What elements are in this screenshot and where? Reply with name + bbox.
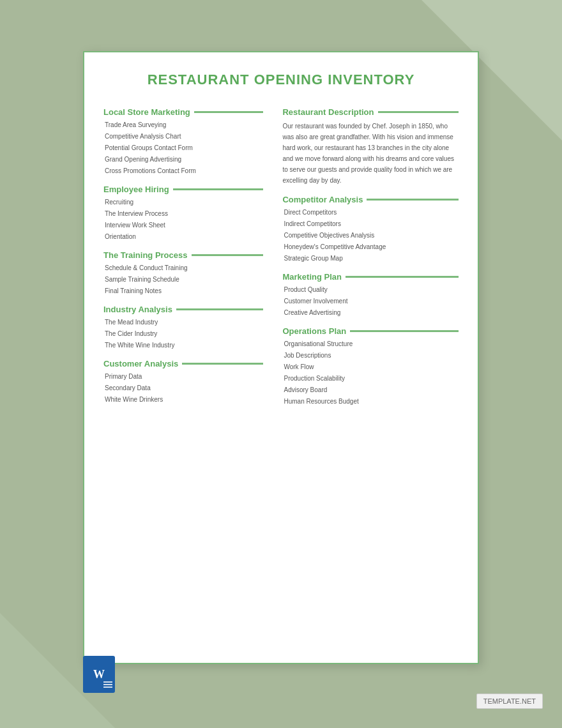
- list-item: Cross Promotions Contact Form: [105, 167, 263, 176]
- left-column: Local Store Marketing Trade Area Surveyi…: [103, 107, 263, 409]
- section-title-marketing: Marketing Plan: [282, 272, 341, 282]
- list-item: Final Training Notes: [105, 287, 263, 296]
- section-title-restaurant-desc: Restaurant Description: [282, 107, 374, 117]
- list-item: Recruiting: [105, 198, 263, 207]
- list-item: Grand Opening Advertising: [105, 155, 263, 164]
- list-item: Schedule & Conduct Training: [105, 264, 263, 273]
- document-container: RESTAURANT OPENING INVENTORY Local Store…: [83, 51, 479, 664]
- content-columns: Local Store Marketing Trade Area Surveyi…: [103, 107, 459, 409]
- list-item: Potential Groups Contact Form: [105, 144, 263, 153]
- section-title-operations: Operations Plan: [282, 326, 346, 336]
- section-header-restaurant-desc: Restaurant Description: [282, 107, 459, 117]
- section-line-local-store: [194, 111, 264, 113]
- section-header-training: The Training Process: [103, 250, 263, 260]
- section-header-marketing: Marketing Plan: [282, 272, 459, 282]
- section-line-restaurant-desc: [378, 111, 459, 113]
- list-item: The Cider Industry: [105, 330, 263, 338]
- section-header-customer: Customer Analysis: [103, 359, 263, 368]
- list-item: White Wine Drinkers: [105, 395, 263, 404]
- template-badge-text: TEMPLATE.NET: [483, 697, 536, 705]
- list-item: Work Flow: [284, 363, 459, 372]
- section-title-competitor: Competitor Analysis: [282, 195, 363, 204]
- list-item: Sample Training Schedule: [105, 275, 263, 284]
- section-title-employee-hiring: Employee Hiring: [103, 185, 169, 194]
- list-item: Human Resources Budget: [284, 397, 459, 406]
- list-item: Creative Advertising: [284, 308, 459, 317]
- document-title: RESTAURANT OPENING INVENTORY: [103, 72, 459, 91]
- section-title-industry: Industry Analysis: [103, 305, 172, 314]
- section-line-marketing: [346, 276, 459, 278]
- word-icon-line: [103, 681, 112, 683]
- section-line-industry: [176, 308, 264, 310]
- list-item: Competitive Analysis Chart: [105, 132, 263, 141]
- section-header-industry: Industry Analysis: [103, 305, 263, 314]
- list-item: Primary Data: [105, 372, 263, 381]
- right-column: Restaurant Description Our restaurant wa…: [282, 107, 459, 409]
- section-title-training: The Training Process: [103, 250, 188, 260]
- list-item: Indirect Competitors: [284, 220, 459, 229]
- list-item: Orientation: [105, 232, 263, 241]
- list-item: Customer Involvement: [284, 297, 459, 306]
- section-header-employee-hiring: Employee Hiring: [103, 185, 263, 194]
- list-item: Interview Work Sheet: [105, 221, 263, 230]
- template-badge: TEMPLATE.NET: [476, 694, 543, 709]
- list-item: Direct Competitors: [284, 208, 459, 217]
- list-item: The White Wine Industry: [105, 341, 263, 350]
- section-line-customer: [182, 363, 263, 365]
- word-icon-letter: W: [93, 668, 105, 681]
- word-icon: W: [83, 656, 115, 693]
- list-item: The Mead Industry: [105, 318, 263, 327]
- list-item: Secondary Data: [105, 384, 263, 393]
- list-item: Production Scalability: [284, 374, 459, 383]
- list-item: Competitive Objectives Analysis: [284, 231, 459, 240]
- section-header-operations: Operations Plan: [282, 326, 459, 336]
- restaurant-description-text: Our restaurant was founded by Chef. Jose…: [282, 121, 459, 186]
- section-title-local-store: Local Store Marketing: [103, 107, 190, 117]
- section-line-employee-hiring: [173, 188, 264, 190]
- list-item: Job Descriptions: [284, 351, 459, 360]
- list-item: Strategic Group Map: [284, 254, 459, 263]
- list-item: The Interview Process: [105, 209, 263, 218]
- section-header-competitor: Competitor Analysis: [282, 195, 459, 204]
- word-icon-line: [103, 686, 112, 688]
- section-line-competitor: [367, 199, 459, 201]
- word-icon-container: W: [83, 656, 115, 693]
- list-item: Advisory Board: [284, 386, 459, 395]
- section-header-local-store: Local Store Marketing: [103, 107, 263, 117]
- list-item: Organisational Structure: [284, 340, 459, 349]
- list-item: Honeydew's Competitive Advantage: [284, 243, 459, 252]
- section-title-customer: Customer Analysis: [103, 359, 178, 368]
- section-line-training: [192, 254, 264, 256]
- list-item: Trade Area Surveying: [105, 121, 263, 130]
- word-icon-line: [103, 684, 112, 685]
- word-icon-lines: [103, 681, 112, 688]
- list-item: Product Quality: [284, 285, 459, 294]
- section-line-operations: [350, 330, 459, 332]
